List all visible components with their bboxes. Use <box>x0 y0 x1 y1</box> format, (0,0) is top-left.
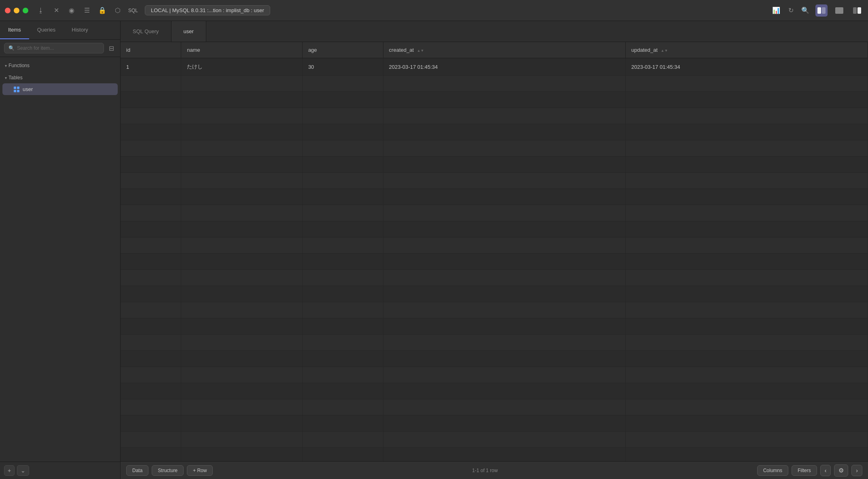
table-header-row: id name age created_at ▲▼ <box>121 42 868 58</box>
cell-empty <box>181 189 303 205</box>
svg-rect-5 <box>857 7 861 14</box>
settings-button[interactable]: ⚙ <box>834 464 848 477</box>
cell-empty <box>625 448 868 462</box>
add-row-button[interactable]: + Row <box>187 465 213 476</box>
table-row-empty <box>121 76 868 92</box>
functions-section: ▾ Functions <box>0 60 120 71</box>
table-row-empty <box>121 448 868 462</box>
col-id[interactable]: id <box>121 42 181 58</box>
col-created-at[interactable]: created_at ▲▼ <box>383 42 625 58</box>
bookmark-icon[interactable]: ⭳ <box>36 6 45 15</box>
maximize-button[interactable] <box>23 8 28 13</box>
cell-empty <box>302 415 383 432</box>
svg-rect-4 <box>853 7 857 14</box>
cell-empty <box>302 237 383 254</box>
columns-button[interactable]: Columns <box>757 465 788 476</box>
sidebar-content: ▾ Functions ▾ Tables user <box>0 57 120 462</box>
cell-empty <box>383 383 625 399</box>
table-row-empty <box>121 270 868 286</box>
svg-rect-0 <box>817 7 821 14</box>
chart-icon[interactable]: 📊 <box>772 6 781 15</box>
tab-sql-query[interactable]: SQL Query <box>121 21 171 42</box>
filter-icon[interactable]: ⊟ <box>106 43 116 53</box>
sql-label[interactable]: SQL <box>129 6 138 15</box>
table-row-empty <box>121 254 868 270</box>
col-updated-at[interactable]: updated_at ▲▼ <box>625 42 868 58</box>
cell-empty <box>121 108 181 124</box>
refresh-icon[interactable]: ↻ <box>786 6 795 15</box>
split-left-view-icon[interactable] <box>815 4 828 17</box>
cell-empty <box>181 108 303 124</box>
search-input-wrapper[interactable]: 🔍 Search for item... <box>4 43 104 53</box>
eye-icon[interactable]: ◉ <box>67 6 76 15</box>
cell-empty <box>302 189 383 205</box>
cell-empty <box>383 302 625 318</box>
cell-empty <box>625 270 868 286</box>
add-item-button[interactable]: + <box>4 465 15 476</box>
tab-items[interactable]: Items <box>0 21 29 39</box>
table-row-empty <box>121 399 868 415</box>
minimize-button[interactable] <box>14 8 19 13</box>
col-age[interactable]: age <box>302 42 383 58</box>
table-row-empty <box>121 221 868 237</box>
functions-label: Functions <box>8 63 30 68</box>
connection-badge[interactable]: LOCAL | MySQL 8.0.31 :...tion : implist_… <box>145 5 270 15</box>
data-button[interactable]: Data <box>126 465 148 476</box>
table-row[interactable]: 1たけし302023-03-17 01:45:342023-03-17 01:4… <box>121 58 868 76</box>
lock-icon[interactable]: 🔒 <box>98 6 107 15</box>
cell-empty <box>625 351 868 367</box>
tab-queries[interactable]: Queries <box>29 21 64 39</box>
close-button[interactable] <box>5 8 11 13</box>
cell-empty <box>181 448 303 462</box>
chevron-down-button[interactable]: ⌄ <box>17 465 29 476</box>
cell-empty <box>302 124 383 140</box>
cell-empty <box>181 367 303 383</box>
cell-empty <box>383 318 625 335</box>
tables-section-header[interactable]: ▾ Tables <box>0 72 120 83</box>
cell-empty <box>625 399 868 415</box>
cell-empty <box>625 140 868 157</box>
tab-user[interactable]: user <box>171 21 206 42</box>
cell-empty <box>302 351 383 367</box>
cell-empty <box>383 399 625 415</box>
cell-empty <box>383 173 625 189</box>
cell-empty <box>181 318 303 335</box>
split-right-view-icon[interactable] <box>851 4 863 17</box>
cell-empty <box>181 237 303 254</box>
col-name[interactable]: name <box>181 42 303 58</box>
database-icon[interactable]: ⬡ <box>113 6 122 15</box>
cell-empty <box>121 286 181 302</box>
traffic-lights <box>5 8 28 13</box>
cell-empty <box>181 173 303 189</box>
sidebar-item-user[interactable]: user <box>2 83 118 95</box>
split-center-view-icon[interactable] <box>833 4 845 17</box>
structure-button[interactable]: Structure <box>152 465 184 476</box>
table-row-empty <box>121 432 868 448</box>
data-table: id name age created_at ▲▼ <box>121 42 868 461</box>
cell-empty <box>383 205 625 221</box>
cell-empty <box>625 124 868 140</box>
titlebar: ⭳ ✕ ◉ ☰ 🔒 ⬡ SQL LOCAL | MySQL 8.0.31 :..… <box>0 0 868 21</box>
list-icon[interactable]: ☰ <box>83 6 91 15</box>
cell-empty <box>383 92 625 108</box>
next-page-button[interactable]: › <box>851 465 862 476</box>
functions-section-header[interactable]: ▾ Functions <box>0 60 120 71</box>
cell-empty <box>625 76 868 92</box>
cell-empty <box>181 383 303 399</box>
search-icon[interactable]: 🔍 <box>801 6 810 15</box>
cell-empty <box>625 221 868 237</box>
row-count: 1-1 of 1 row <box>472 468 498 473</box>
filters-button[interactable]: Filters <box>792 465 817 476</box>
close-x-icon[interactable]: ✕ <box>52 6 61 15</box>
cell-empty <box>383 76 625 92</box>
cell-empty <box>121 335 181 351</box>
functions-chevron: ▾ <box>5 64 7 68</box>
cell-empty <box>121 399 181 415</box>
prev-page-button[interactable]: ‹ <box>820 465 831 476</box>
tab-history[interactable]: History <box>64 21 96 39</box>
cell-empty <box>181 92 303 108</box>
table-row-empty <box>121 302 868 318</box>
user-table-label: user <box>23 86 33 92</box>
main-container: Items Queries History 🔍 Search for item.… <box>0 21 868 479</box>
cell-empty <box>383 140 625 157</box>
